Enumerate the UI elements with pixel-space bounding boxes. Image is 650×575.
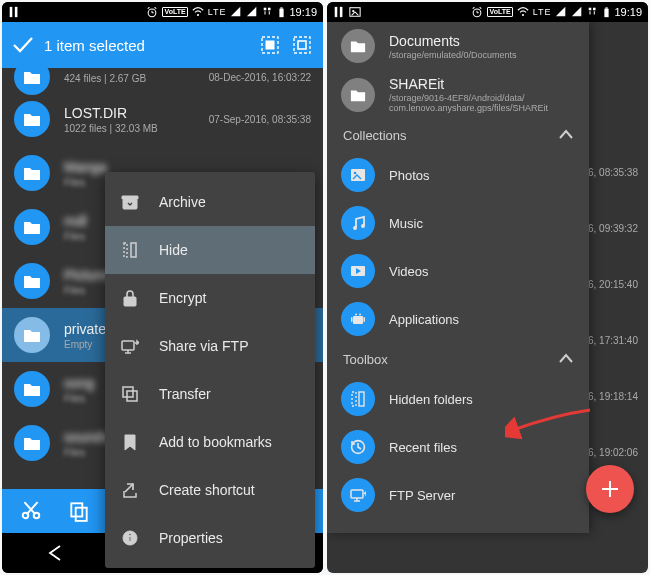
hide-icon [121, 241, 139, 259]
drawer-storage-item[interactable]: Documents /storage/emulated/0/Documents [327, 22, 589, 70]
context-menu-item[interactable]: Create shortcut [105, 466, 315, 514]
folder-icon [14, 209, 50, 245]
drawer-section-header[interactable]: Toolbox [327, 343, 589, 375]
folder-icon [341, 78, 375, 112]
drawer-item-label: Photos [389, 168, 429, 183]
lock-icon [121, 289, 139, 307]
data-icon [262, 6, 274, 18]
folder-icon [14, 101, 50, 137]
wifi-icon [517, 6, 529, 18]
context-menu-label: Share via FTP [159, 338, 248, 354]
storage-path: /storage/9016-4EF8/Android/data/com.leno… [389, 93, 548, 113]
folder-icon [341, 29, 375, 63]
recent-icon [341, 430, 375, 464]
nav-back-icon[interactable] [47, 544, 65, 562]
copy-icon[interactable] [68, 500, 90, 522]
data-icon [587, 6, 599, 18]
navigation-drawer[interactable]: Documents /storage/emulated/0/Documents … [327, 22, 589, 533]
hidden-icon [341, 382, 375, 416]
clock-time: 19:19 [289, 6, 317, 18]
alarm-icon [471, 6, 483, 18]
storage-path: /storage/emulated/0/Documents [389, 50, 517, 60]
archive-icon [121, 193, 139, 211]
signal-icon [230, 6, 242, 18]
context-menu-label: Add to bookmarks [159, 434, 272, 450]
drawer-collection-item[interactable]: Music [327, 199, 589, 247]
drawer-item-label: Recent files [389, 440, 457, 455]
context-menu-label: Transfer [159, 386, 211, 402]
battery-icon [603, 7, 610, 18]
folder-icon [14, 317, 50, 353]
bookmark-icon [121, 433, 139, 451]
chevron-up-icon [557, 126, 575, 144]
video-icon [341, 254, 375, 288]
folder-icon [14, 68, 50, 95]
signal-icon [571, 6, 583, 18]
folder-date: 08-Dec-2016, 16:03:22 [209, 72, 311, 83]
context-menu-item[interactable]: Hide [105, 226, 315, 274]
right-phone-screenshot: VoLTE LTE 19:19 16, 08:35:3816, 09:39:32… [327, 2, 648, 573]
context-menu-label: Properties [159, 530, 223, 546]
photo-icon [341, 158, 375, 192]
drawer-collection-item[interactable]: Photos [327, 151, 589, 199]
fab-add-button[interactable] [586, 465, 634, 513]
drawer-item-label: Applications [389, 312, 459, 327]
folder-row[interactable]: LOST.DIR 1022 files | 32.03 MB 07-Sep-20… [2, 92, 323, 146]
section-label: Collections [343, 128, 407, 143]
image-notification-icon [349, 6, 361, 18]
shortcut-icon [121, 481, 139, 499]
confirm-check-icon[interactable] [12, 34, 34, 56]
pause-icon [8, 6, 20, 18]
drawer-storage-item[interactable]: SHAREit /storage/9016-4EF8/Android/data/… [327, 70, 589, 119]
folder-icon [14, 371, 50, 407]
context-menu-item[interactable]: Share via FTP [105, 322, 315, 370]
folder-icon [14, 425, 50, 461]
plus-icon [599, 478, 621, 500]
drawer-item-label: Videos [389, 264, 429, 279]
signal-icon [555, 6, 567, 18]
folder-meta: 1022 files | 32.03 MB [64, 123, 195, 134]
select-all-icon[interactable] [259, 34, 281, 56]
drawer-item-label: Hidden folders [389, 392, 473, 407]
music-icon [341, 206, 375, 240]
section-label: Toolbox [343, 352, 388, 367]
status-bar: VoLTE LTE 19:19 [2, 2, 323, 22]
context-menu-item[interactable]: Transfer [105, 370, 315, 418]
drawer-item-label: Music [389, 216, 423, 231]
volte-indicator: VoLTE [162, 7, 187, 17]
drawer-toolbox-item[interactable]: FTP Server [327, 471, 589, 519]
ftpserver-icon [341, 478, 375, 512]
folder-meta: 424 files | 2.67 GB [64, 73, 195, 84]
context-menu-item[interactable]: Properties [105, 514, 315, 562]
storage-name: Documents [389, 33, 517, 49]
folder-name: LOST.DIR [64, 105, 195, 121]
drawer-section-header[interactable]: Collections [327, 119, 589, 151]
drawer-item-label: FTP Server [389, 488, 455, 503]
storage-name: SHAREit [389, 76, 548, 92]
wifi-icon [192, 6, 204, 18]
context-menu: Archive Hide Encrypt Share via FTP Trans… [105, 172, 315, 568]
drawer-collection-item[interactable]: Videos [327, 247, 589, 295]
context-menu-item[interactable]: Encrypt [105, 274, 315, 322]
android-icon [341, 302, 375, 336]
network-label: LTE [208, 7, 227, 17]
invert-selection-icon[interactable] [291, 34, 313, 56]
drawer-toolbox-item[interactable]: Hidden folders [327, 375, 589, 423]
info-icon [121, 529, 139, 547]
context-menu-item[interactable]: Archive [105, 178, 315, 226]
drawer-toolbox-item[interactable]: Recent files [327, 423, 589, 471]
clock-time: 19:19 [614, 6, 642, 18]
network-label: LTE [533, 7, 552, 17]
drawer-collection-item[interactable]: Applications [327, 295, 589, 343]
ftp-icon [121, 337, 139, 355]
pause-icon [333, 6, 345, 18]
cut-icon[interactable] [20, 500, 42, 522]
folder-icon [14, 155, 50, 191]
folder-date: 07-Sep-2016, 08:35:38 [209, 114, 311, 125]
transfer-icon [121, 385, 139, 403]
folder-icon [14, 263, 50, 299]
folder-row[interactable]: 424 files | 2.67 GB 08-Dec-2016, 16:03:2… [2, 68, 323, 92]
context-menu-label: Encrypt [159, 290, 206, 306]
context-menu-item[interactable]: Add to bookmarks [105, 418, 315, 466]
context-menu-label: Create shortcut [159, 482, 255, 498]
